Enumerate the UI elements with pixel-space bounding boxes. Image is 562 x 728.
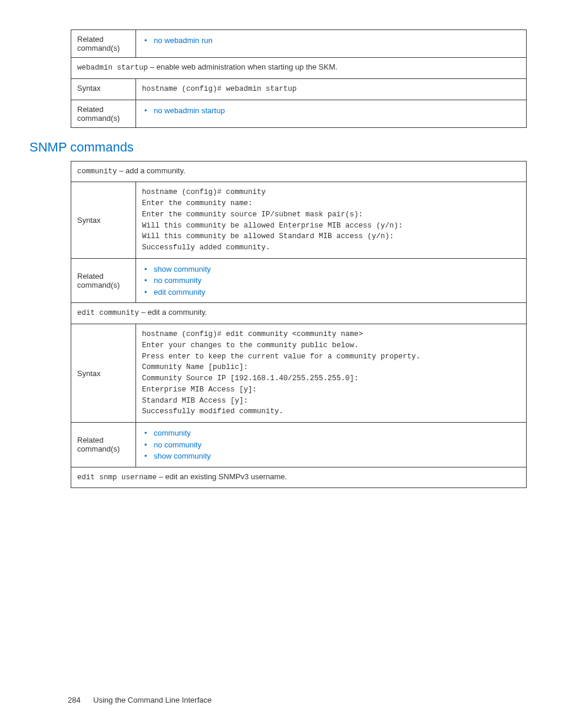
syntax-line: hostname (config)# edit community <commu… [142, 329, 520, 340]
syntax-cell: hostname (config)# community Enter the c… [136, 182, 527, 259]
related-commands-cell: no webadmin startup [136, 100, 527, 127]
community-desc: community – add a community. [71, 161, 527, 182]
syntax-line: Enterprise MIB Access [y]: [142, 384, 520, 396]
syntax-line: Successfully added community. [142, 242, 520, 253]
table-row: Related command(s) show community no com… [71, 258, 527, 303]
syntax-cell: hostname (config)# edit community <commu… [136, 324, 527, 423]
footer-text: Using the Command Line Interface [93, 696, 211, 704]
syntax-line: hostname (config)# community [142, 187, 520, 198]
link-no-community[interactable]: no community [154, 276, 201, 285]
related-commands-label: Related command(s) [71, 30, 136, 58]
syntax-label: Syntax [71, 182, 136, 259]
command-text: community [77, 167, 117, 176]
related-commands-label: Related command(s) [71, 100, 136, 127]
related-commands-cell: no webadmin run [136, 30, 527, 58]
syntax-label: Syntax [71, 324, 136, 423]
description-text: – edit an existing SNMPv3 username. [157, 472, 287, 481]
syntax-line: Community Name [public]: [142, 362, 520, 373]
table-row: Syntax hostname (config)# community Ente… [71, 182, 527, 259]
syntax-value: hostname (config)# webadmin startup [142, 85, 297, 93]
description-text: – edit a community. [139, 308, 207, 317]
table-snmp: community – add a community. Syntax host… [71, 161, 527, 489]
syntax-line: Will this community be allowed Enterpris… [142, 220, 520, 232]
related-commands-label: Related command(s) [71, 258, 136, 303]
link-community[interactable]: community [154, 429, 191, 437]
table-row: Related command(s) no webadmin startup [71, 100, 527, 127]
table-webadmin: Related command(s) no webadmin run webad… [71, 29, 527, 128]
link-no-webadmin-startup[interactable]: no webadmin startup [154, 106, 225, 115]
table-row: edit community – edit a community. [71, 303, 527, 324]
link-show-community[interactable]: show community [154, 452, 211, 460]
page-footer: 284 Using the Command Line Interface [68, 696, 211, 704]
syntax-line: Successfully modified community. [142, 406, 520, 417]
related-commands-cell: show community no community edit communi… [136, 258, 527, 303]
syntax-arg: <community name> [292, 330, 363, 338]
edit-snmp-desc: edit snmp username – edit an existing SN… [71, 467, 527, 488]
webadmin-startup-desc: webadmin startup – enable web administra… [71, 58, 527, 79]
syntax-line: Community Source IP [192.168.1.40/255.25… [142, 373, 520, 384]
table-row: webadmin startup – enable web administra… [71, 58, 527, 79]
syntax-line: Enter the community name: [142, 198, 520, 209]
table-row: community – add a community. [71, 161, 527, 182]
syntax-line: Press enter to keep the current value fo… [142, 351, 520, 363]
link-edit-community[interactable]: edit community [154, 288, 205, 297]
syntax-cell: hostname (config)# webadmin startup [136, 78, 527, 100]
edit-community-desc: edit community – edit a community. [71, 303, 527, 324]
command-text: webadmin startup [77, 64, 148, 72]
syntax-prefix: hostname (config)# edit community [142, 330, 292, 338]
related-commands-cell: community no community show community [136, 423, 527, 467]
command-text: edit community [77, 309, 139, 317]
description-text: – enable web administration when startin… [148, 62, 338, 71]
link-no-webadmin-run[interactable]: no webadmin run [154, 36, 213, 45]
syntax-line: Will this community be allowed Standard … [142, 231, 520, 242]
table-row: Related command(s) community no communit… [71, 423, 527, 467]
table-row: Syntax hostname (config)# edit community… [71, 324, 527, 423]
syntax-line: Standard MIB Access [y]: [142, 396, 520, 407]
syntax-line: Enter your changes to the community publ… [142, 340, 520, 351]
syntax-line: Enter the community source IP/subnet mas… [142, 209, 520, 220]
command-text: edit snmp username [77, 473, 157, 482]
section-heading: SNMP commands [29, 140, 527, 155]
page-number: 284 [68, 696, 81, 704]
table-row: Related command(s) no webadmin run [71, 30, 527, 58]
syntax-label: Syntax [71, 78, 136, 100]
link-no-community[interactable]: no community [154, 440, 201, 449]
related-commands-label: Related command(s) [71, 423, 136, 467]
description-text: – add a community. [117, 166, 186, 175]
table-row: Syntax hostname (config)# webadmin start… [71, 78, 527, 100]
table-row: edit snmp username – edit an existing SN… [71, 467, 527, 488]
link-show-community[interactable]: show community [154, 265, 211, 274]
